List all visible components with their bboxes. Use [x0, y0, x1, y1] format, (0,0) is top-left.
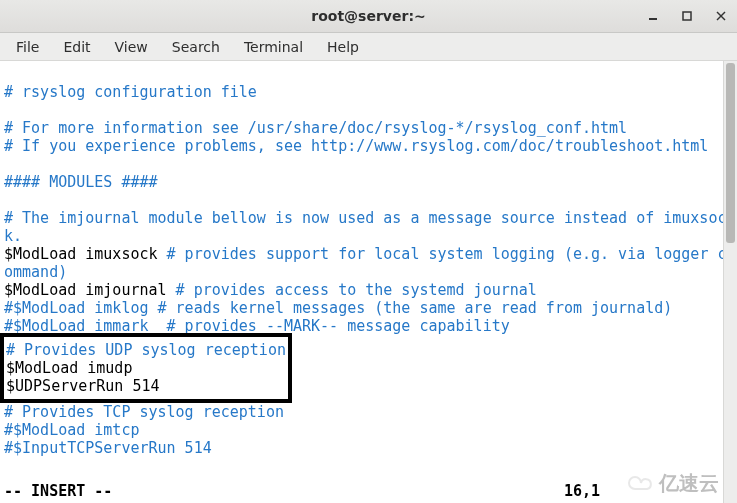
- editor-line: # If you experience problems, see http:/…: [4, 137, 708, 155]
- menu-help[interactable]: Help: [317, 36, 369, 58]
- titlebar: root@server:~: [0, 0, 737, 33]
- editor-line: # The imjournal module bellow is now use…: [4, 209, 726, 227]
- vim-cursor-position: 16,1: [564, 482, 600, 500]
- editor-line: # Provides TCP syslog reception: [4, 403, 284, 421]
- window-controls: [645, 8, 729, 24]
- vim-statusline: -- INSERT -- 16,1: [4, 482, 731, 500]
- highlight-box: # Provides UDP syslog reception $ModLoad…: [4, 337, 288, 399]
- menu-edit[interactable]: Edit: [53, 36, 100, 58]
- editor-line: #$InputTCPServerRun 514: [4, 439, 212, 457]
- menu-terminal[interactable]: Terminal: [234, 36, 313, 58]
- editor-line: $ModLoad imuxsock # provides support for…: [4, 245, 726, 263]
- editor-line: #$ModLoad imtcp: [4, 421, 139, 439]
- editor-line: # rsyslog configuration file: [4, 83, 257, 101]
- highlight-line: $ModLoad imudp: [6, 359, 132, 377]
- editor-line: k.: [4, 227, 22, 245]
- editor-line: #$ModLoad immark # provides --MARK-- mes…: [4, 317, 510, 335]
- close-button[interactable]: [713, 8, 729, 24]
- menu-view[interactable]: View: [105, 36, 158, 58]
- minimize-button[interactable]: [645, 8, 661, 24]
- editor-line: # For more information see /usr/share/do…: [4, 119, 627, 137]
- editor-line: ommand): [4, 263, 67, 281]
- menu-search[interactable]: Search: [162, 36, 230, 58]
- editor-line: $ModLoad imjournal # provides access to …: [4, 281, 537, 299]
- scrollbar[interactable]: [723, 61, 737, 503]
- highlight-line: # Provides UDP syslog reception: [6, 341, 286, 359]
- menubar: File Edit View Search Terminal Help: [0, 33, 737, 61]
- maximize-button[interactable]: [679, 8, 695, 24]
- window-title: root@server:~: [311, 8, 425, 24]
- menu-file[interactable]: File: [6, 36, 49, 58]
- svg-rect-1: [683, 12, 691, 20]
- scroll-thumb[interactable]: [726, 63, 735, 243]
- vim-mode: -- INSERT --: [4, 482, 112, 500]
- editor-line: #$ModLoad imklog # reads kernel messages…: [4, 299, 672, 317]
- terminal-area[interactable]: # rsyslog configuration file # For more …: [0, 61, 737, 503]
- highlight-line: $UDPServerRun 514: [6, 377, 160, 395]
- editor-line: #### MODULES ####: [4, 173, 158, 191]
